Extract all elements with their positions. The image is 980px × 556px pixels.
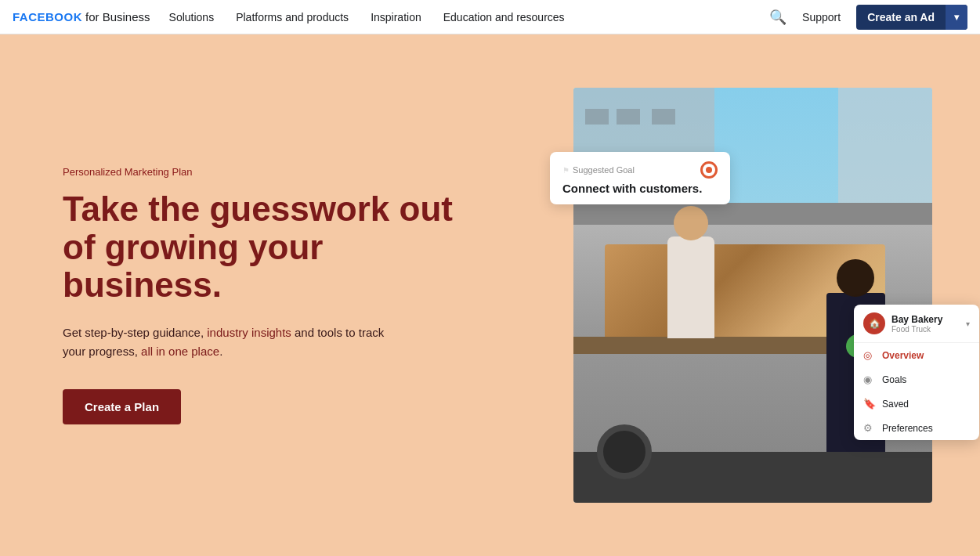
overview-label: Overview — [882, 350, 924, 361]
create-ad-label: Create an Ad — [856, 5, 946, 30]
hero-link-place[interactable]: all in one place — [141, 345, 219, 358]
preferences-icon: ⚙ — [863, 422, 876, 434]
saved-icon: 🔖 — [863, 398, 876, 410]
brand-facebook: FACEBOOK — [13, 10, 82, 23]
brand-for-business: for Business — [85, 10, 150, 23]
search-icon[interactable]: 🔍 — [769, 9, 787, 26]
hero-eyebrow: Personalized Marketing Plan — [63, 166, 470, 178]
create-plan-button[interactable]: Create a Plan — [63, 389, 181, 424]
bb-info: Bay Bakery Food Truck — [891, 314, 966, 334]
hero-body-text: Get step-by-step guidance, — [63, 326, 207, 339]
saved-label: Saved — [882, 399, 909, 410]
window-2 — [617, 109, 640, 125]
preferences-label: Preferences — [882, 423, 933, 434]
goals-icon: ◉ — [863, 374, 876, 385]
bb-menu-saved[interactable]: 🔖 Saved — [854, 392, 979, 416]
bb-menu-preferences[interactable]: ⚙ Preferences — [854, 416, 979, 440]
truck-roof — [573, 203, 932, 225]
hero-link-insights[interactable]: industry insights — [207, 326, 291, 339]
create-ad-chevron-icon: ▾ — [946, 5, 967, 30]
staff-head — [674, 206, 708, 240]
hero-image-container: ⚑ Suggested Goal Connect with customers.… — [573, 88, 932, 503]
hero-section: Personalized Marketing Plan Take the gue… — [0, 34, 980, 556]
support-link[interactable]: Support — [802, 11, 841, 23]
bb-header: 🏠 Bay Bakery Food Truck ▾ — [854, 305, 979, 343]
bb-menu-goals[interactable]: ◉ Goals — [854, 367, 979, 392]
navbar: FACEBOOK for Business Solutions Platform… — [0, 0, 980, 34]
nav-right: 🔍 Support Create an Ad ▾ — [769, 5, 967, 30]
bb-avatar: 🏠 — [863, 312, 885, 334]
overview-icon: ◎ — [863, 349, 876, 361]
wheel-left — [597, 424, 652, 479]
sg-label-text: Suggested Goal — [573, 165, 635, 175]
nav-links: Solutions Platforms and products Inspira… — [169, 11, 770, 23]
window-1 — [585, 109, 609, 125]
food-truck-photo — [573, 88, 932, 503]
hero-image-area: ⚑ Suggested Goal Connect with customers.… — [526, 34, 980, 556]
customer-head — [837, 259, 874, 297]
staff-body — [667, 236, 714, 338]
bb-menu-overview[interactable]: ◎ Overview — [854, 343, 979, 367]
hero-content: Personalized Marketing Plan Take the gue… — [63, 166, 470, 424]
goals-label: Goals — [882, 374, 906, 385]
target-inner — [706, 167, 712, 173]
bb-chevron-icon: ▾ — [966, 320, 970, 328]
brand-logo[interactable]: FACEBOOK for Business — [13, 10, 150, 23]
nav-link-inspiration[interactable]: Inspiration — [371, 11, 421, 23]
hero-body: Get step-by-step guidance, industry insi… — [63, 323, 392, 361]
suggested-goal-card: ⚑ Suggested Goal Connect with customers. — [550, 152, 730, 204]
nav-link-education[interactable]: Education and resources — [443, 11, 565, 23]
bay-bakery-card[interactable]: 🏠 Bay Bakery Food Truck ▾ ◎ Overview ◉ G… — [854, 305, 979, 440]
hero-headline: Take the guesswork out of growing your b… — [63, 190, 470, 304]
sg-header: ⚑ Suggested Goal — [562, 161, 718, 179]
sg-text: Connect with customers. — [562, 182, 718, 195]
bb-name: Bay Bakery — [891, 314, 966, 325]
target-icon — [700, 161, 718, 179]
sg-label-container: ⚑ Suggested Goal — [562, 165, 635, 175]
hero-body-end: . — [219, 345, 222, 358]
bb-type: Food Truck — [891, 325, 966, 334]
window-3 — [652, 109, 675, 125]
bb-avatar-icon: 🏠 — [869, 318, 881, 329]
nav-link-platforms[interactable]: Platforms and products — [236, 11, 349, 23]
flag-icon: ⚑ — [562, 166, 570, 175]
nav-link-solutions[interactable]: Solutions — [169, 11, 215, 23]
create-ad-button[interactable]: Create an Ad ▾ — [856, 5, 967, 30]
